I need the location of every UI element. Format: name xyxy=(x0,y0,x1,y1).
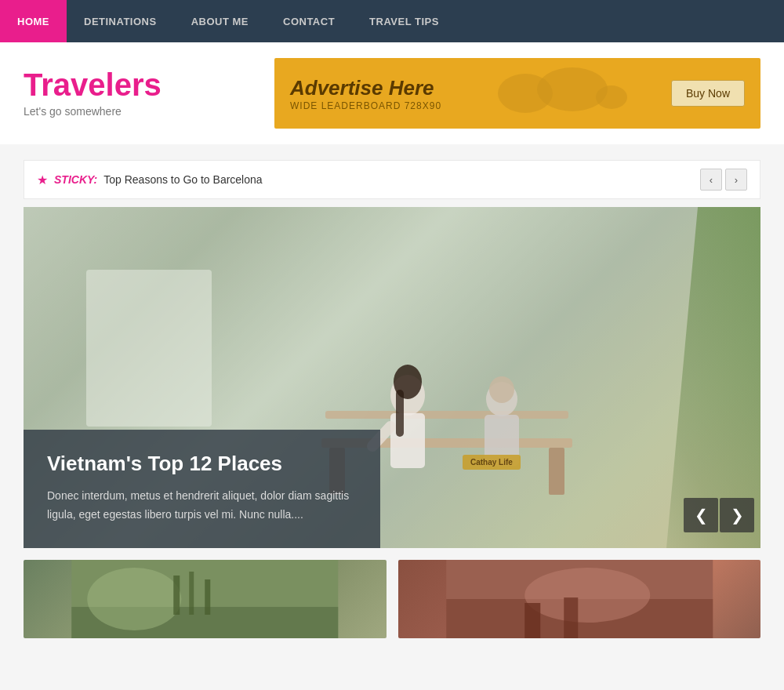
sticky-navigation: ‹ › xyxy=(700,169,747,191)
svg-rect-11 xyxy=(396,390,404,437)
thumbnail-1[interactable] xyxy=(24,560,387,638)
nav-item-home[interactable]: HOME xyxy=(0,0,67,42)
svg-point-17 xyxy=(87,568,181,630)
slider-next-button[interactable]: ❯ xyxy=(720,498,754,532)
svg-point-2 xyxy=(596,85,627,109)
slide-title: Vietnam's Top 12 Places xyxy=(47,452,357,476)
nav-item-about[interactable]: ABOUT ME xyxy=(174,0,266,42)
ad-banner: Advertise Here WIDE LEADERBOARD 728X90 B… xyxy=(274,58,760,129)
sticky-content: ★ STICKY: Top Reasons to Go to Barcelona xyxy=(37,172,263,187)
sticky-next-button[interactable]: › xyxy=(725,169,747,191)
thumbnails-row xyxy=(24,560,760,638)
svg-point-23 xyxy=(524,568,650,623)
svg-rect-20 xyxy=(205,579,210,615)
slide-caption: Vietnam's Top 12 Places Donec interdum, … xyxy=(24,430,380,548)
sticky-text: Top Reasons to Go to Barcelona xyxy=(103,173,262,186)
temple-decoration xyxy=(86,270,212,427)
slider-prev-button[interactable]: ❮ xyxy=(684,498,718,532)
svg-rect-19 xyxy=(189,572,194,615)
ad-subtitle: WIDE LEADERBOARD 728X90 xyxy=(290,100,441,111)
svg-rect-18 xyxy=(173,576,180,615)
svg-point-14 xyxy=(489,376,514,403)
nav-item-destinations[interactable]: DETINATIONS xyxy=(67,0,174,42)
branding: Travelers Let's go somewhere xyxy=(24,69,162,118)
sticky-star-icon: ★ xyxy=(37,172,48,187)
bench-sign: Cathay Life xyxy=(463,455,521,470)
thumb-1-image xyxy=(24,560,387,638)
svg-rect-8 xyxy=(390,413,425,468)
svg-rect-6 xyxy=(325,411,568,419)
nav-item-travel-tips[interactable]: TRAVEL TIPS xyxy=(352,0,456,42)
sticky-prev-button[interactable]: ‹ xyxy=(700,169,722,191)
thumb-2-image xyxy=(398,560,761,638)
sticky-bar: ★ STICKY: Top Reasons to Go to Barcelona… xyxy=(24,160,760,199)
site-tagline: Let's go somewhere xyxy=(24,105,162,118)
svg-point-1 xyxy=(537,67,608,111)
svg-rect-24 xyxy=(524,603,540,638)
ad-text: Advertise Here WIDE LEADERBOARD 728X90 xyxy=(290,76,441,111)
slide-description: Donec interdum, metus et hendrerit aliqu… xyxy=(47,487,357,525)
map-decoration xyxy=(478,62,635,125)
buy-now-button[interactable]: Buy Now xyxy=(671,80,745,107)
ad-title: Advertise Here xyxy=(290,76,441,100)
hero-slider: Cathay Life Vietnam's Top 12 Places Done… xyxy=(24,207,760,548)
main-nav: HOME DETINATIONS ABOUT ME CONTACT TRAVEL… xyxy=(0,0,784,42)
svg-rect-25 xyxy=(564,597,578,638)
site-title: Travelers xyxy=(24,69,162,100)
header: Travelers Let's go somewhere Advertise H… xyxy=(0,42,784,144)
thumbnail-2[interactable] xyxy=(398,560,761,638)
svg-rect-5 xyxy=(549,448,564,495)
sticky-label: STICKY: xyxy=(54,173,97,186)
nav-item-contact[interactable]: CONTACT xyxy=(266,0,352,42)
